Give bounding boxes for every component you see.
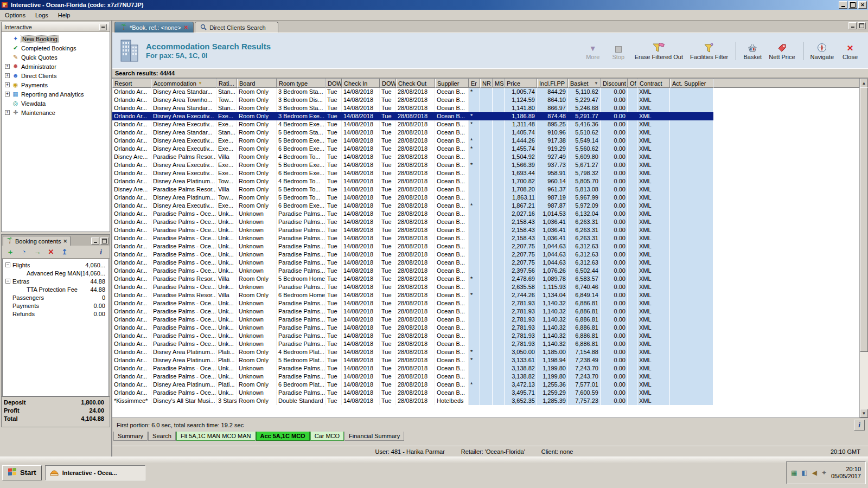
add-icon[interactable]: ＋ [6,248,15,256]
column-header[interactable]: Incl.Fl.PP [537,79,568,88]
result-row[interactable]: Orlando Ar...Paradise Palms - Oce...Unk.… [112,389,859,397]
result-row[interactable]: Orlando Ar...Paradise Palms - Oce...Unk.… [112,251,859,259]
booking-tab-close-icon[interactable] [63,239,67,244]
result-row[interactable]: Orlando Ar...Paradise Palms - Oce...Unk.… [112,324,859,332]
column-header[interactable]: Price [505,79,537,88]
toolbar-button[interactable]: Facilities Filter [690,42,736,60]
result-row[interactable]: Orlando Ar...Disney Area Platinum...Tow.… [112,194,859,202]
result-row[interactable]: Orlando Ar...Disney Area Platinum...Plat… [112,381,859,389]
tray-network-icon[interactable]: ◧ [801,469,807,477]
section-tab[interactable]: Car MCO [310,432,344,441]
sidebar-item[interactable]: ▦ Reporting and Analytics [3,89,108,99]
tab-close-icon[interactable] [184,24,188,30]
booking-tree-row[interactable]: Refunds 0.00 [4,310,107,318]
booking-tree-row[interactable]: Advanced Reg MAN|1 4,060... [4,269,107,277]
toolbar-button[interactable]: ▼ More [584,42,602,60]
booking-tree-row[interactable]: TTA Protection Fee 44.88 [4,285,107,293]
sidebar-item[interactable]: ☻ Direct Clients [3,71,108,80]
result-row[interactable]: Orlando Ar...Paradise Palms - Oce...Unk.… [112,340,859,348]
column-header[interactable]: Check In [342,79,380,88]
result-row[interactable]: Orlando Ar...Paradise Palms - Oce...Unk.… [112,267,859,275]
result-row[interactable]: Orlando Ar...Paradise Palms - Oce...Unk.… [112,234,859,242]
scroll-up-icon[interactable]: ▲ [860,79,868,87]
expand-icon[interactable] [5,92,10,97]
result-row[interactable]: Orlando Ar...Paradise Palms - Oce...Unk.… [112,218,859,226]
column-header[interactable]: Accommodation [151,79,216,88]
section-tab[interactable]: Financial Summary [344,432,404,441]
column-header[interactable]: Er [469,79,480,88]
sidebar-item[interactable]: ✔ Completed Bookings [3,43,108,53]
column-header[interactable]: Act. Supplier [670,79,713,88]
booking-panel-minimize-icon[interactable] [91,237,99,245]
vertical-scrollbar[interactable]: ▲ ▼ [859,79,868,418]
column-header[interactable]: Basket [568,79,601,88]
column-header[interactable]: NR [480,79,493,88]
result-row[interactable]: Orlando Ar...Disney Area Standar...Stan.… [112,88,859,96]
sidebar-item[interactable]: ✚ Maintenance [3,108,108,117]
result-row[interactable]: Orlando Ar...Paradise Palms - Oce...Unk.… [112,259,859,267]
booking-contents-tab[interactable]: Booking contents [3,236,71,246]
scrollbar-thumb[interactable] [860,87,868,352]
result-row[interactable]: Orlando Ar...Paradise Palms - Oce...Unk.… [112,316,859,324]
sidebar-item[interactable]: ✦ New Booking [3,34,108,43]
toolbar-button[interactable]: Navigate [810,42,834,60]
booking-tree-row[interactable]: Extras 44.88 [4,277,107,285]
result-row[interactable]: *Kissimmee*Disney's All Star Musi...3 St… [112,397,859,405]
section-tab[interactable]: Acc 5A,1C MCO [256,432,310,441]
info-icon[interactable]: i [97,248,105,256]
result-row[interactable]: Orlando Ar...Paradise Palms - Oce...Unk.… [112,299,859,307]
result-row[interactable]: Orlando Ar...Disney Area Platinum...Tow.… [112,177,859,185]
promote-icon[interactable]: ↥ [60,248,69,256]
result-row[interactable]: Orlando Ar...Paradise Palms Resor...Vill… [112,275,859,283]
sidebar-item[interactable]: ◎ Viewdata [3,99,108,108]
collapse-icon[interactable] [5,262,10,267]
result-row-selected[interactable]: Orlando Ar...Disney Area Executiv...Exe.… [112,112,859,120]
workspace-minimize-icon[interactable] [848,22,857,29]
result-row[interactable]: Orlando Ar...Paradise Palms - Oce...Unk.… [112,210,859,218]
document-tab[interactable]: Direct Clients Search [195,22,278,33]
column-header[interactable]: Rati... [216,79,237,88]
toolbar-button[interactable]: Stop [609,42,628,60]
sidebar-item[interactable]: ✎ Quick Quotes [3,53,108,62]
section-tab[interactable]: Search [148,432,176,441]
column-header[interactable]: Contract [637,79,670,88]
sidebar-item[interactable]: ◉ Payments [3,80,108,89]
column-header[interactable]: Check Out [396,79,435,88]
start-button[interactable]: Start [2,465,42,480]
result-row[interactable]: Orlando Ar...Disney Area Executiv...Exe.… [112,137,859,145]
result-row[interactable]: Orlando Ar...Disney Area Executiv...Exe.… [112,169,859,177]
column-header[interactable]: Board [237,79,277,88]
column-header[interactable]: MS [493,79,505,88]
delete-icon[interactable]: ✕ [47,248,55,256]
result-row[interactable]: Orlando Ar...Paradise Palms - Oce...Unk.… [112,226,859,234]
result-row[interactable]: Orlando Ar...Paradise Palms - Oce...Unk.… [112,332,859,340]
column-header[interactable]: DOW [326,79,342,88]
collapse-icon[interactable] [5,279,10,284]
tray-volume-icon[interactable]: ◀ [812,469,817,477]
result-row[interactable]: Orlando Ar...Paradise Palms - Oce...Unk.… [112,373,859,381]
taskbar-task-button[interactable]: Interactive - Ocea... [45,465,145,480]
result-row[interactable]: Orlando Ar...Paradise Palms - Oce...Unk.… [112,283,859,291]
menu-item[interactable]: Help [53,11,75,20]
info-icon[interactable]: i [854,420,865,431]
result-row[interactable]: Disney Are...Paradise Palms Resor...Vill… [112,185,859,194]
booking-tree-row[interactable]: Passengers 0 [4,293,107,301]
sidebar-item[interactable]: ✸ Administrator [3,62,108,71]
tray-safely-remove-icon[interactable]: ✦ [821,469,827,477]
column-header[interactable]: Discount [601,79,628,88]
panel-collapse-icon[interactable] [99,24,107,30]
booking-panel-restore-icon[interactable] [100,237,108,245]
result-row[interactable]: Orlando Ar...Disney Area Executiv...Exe.… [112,161,859,169]
window-minimize-icon[interactable] [839,1,847,9]
expand-icon[interactable] [5,64,10,69]
section-tab[interactable]: Summary [113,432,148,441]
column-header[interactable]: Room type [277,79,326,88]
result-row[interactable]: Orlando Ar...Disney Area Townho...Tow...… [112,96,859,104]
tray-display-icon[interactable]: ▦ [791,469,797,477]
window-maximize-icon[interactable] [848,1,857,9]
toolbar-button[interactable]: Nett Price [769,42,803,60]
workspace-restore-icon[interactable] [858,22,866,29]
expand-icon[interactable] [5,110,10,115]
toolbar-button[interactable]: Basket [743,42,762,60]
result-row[interactable]: Orlando Ar...Paradise Palms - Oce...Unk.… [112,307,859,316]
